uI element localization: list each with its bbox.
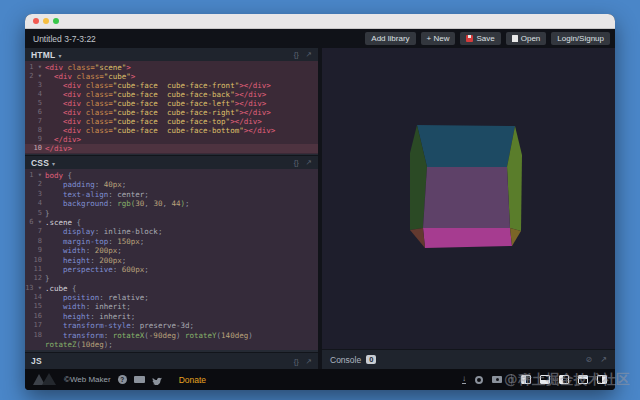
chevron-down-icon: ▾: [52, 160, 55, 167]
preview-pane: [322, 48, 615, 349]
code-line: 1 ▾body {: [25, 171, 318, 180]
close-window-button[interactable]: [33, 18, 39, 24]
format-code-icon[interactable]: {}: [294, 158, 299, 167]
editor-column: HTML ▾ {} ↗ 1 ▾<div class="scene">2 ▾ <d…: [25, 48, 318, 369]
css-panel-label: CSS: [31, 158, 49, 168]
screenshot-camera-icon[interactable]: [492, 376, 502, 383]
keyboard-shortcuts-icon[interactable]: [134, 376, 145, 383]
help-icon[interactable]: ?: [118, 375, 127, 384]
code-line: 4 <div class="cube-face cube-face-back">…: [25, 90, 318, 99]
twitter-icon[interactable]: [152, 371, 162, 389]
app-window: Untitled 3-7-3:22 Add library + New Save…: [25, 14, 615, 390]
code-line: 10</div>: [25, 144, 318, 153]
add-library-button[interactable]: Add library: [365, 32, 415, 45]
code-line: 3 <div class="cube-face cube-face-front"…: [25, 81, 318, 90]
code-line: 10 height: 200px;: [25, 256, 318, 265]
cube-front-face: [423, 167, 510, 228]
css-panel-header[interactable]: CSS ▾ {} ↗: [25, 155, 318, 169]
save-button[interactable]: Save: [460, 32, 500, 45]
desktop: Untitled 3-7-3:22 Add library + New Save…: [0, 0, 640, 400]
juejin-watermark: @稀土掘金技术社区: [504, 371, 630, 389]
codepen-circle-icon[interactable]: [475, 376, 483, 384]
cube-bottom-face: [423, 228, 512, 248]
brand-text: ©Web Maker: [64, 375, 111, 384]
donate-link[interactable]: Donate: [179, 375, 206, 385]
expand-panel-icon[interactable]: ↗: [306, 357, 312, 366]
code-line: 8 <div class="cube-face cube-face-bottom…: [25, 126, 318, 135]
js-panel-label: JS: [31, 356, 42, 366]
code-line: 13 ▾.cube {: [25, 284, 318, 293]
format-code-icon[interactable]: {}: [294, 357, 299, 366]
toolbar-buttons: Add library + New Save Open Login/Signup: [365, 32, 610, 45]
code-line: 3 text-align: center;: [25, 190, 318, 199]
chevron-down-icon: ▾: [58, 52, 61, 59]
main-area: HTML ▾ {} ↗ 1 ▾<div class="scene">2 ▾ <d…: [25, 48, 615, 369]
download-icon[interactable]: ↓: [462, 375, 466, 385]
html-code-editor[interactable]: 1 ▾<div class="scene">2 ▾ <div class="cu…: [25, 61, 318, 155]
save-icon: [466, 35, 473, 42]
html-panel-header[interactable]: HTML ▾ {} ↗: [25, 48, 318, 61]
code-line: 17 transform-style: preserve-3d;: [25, 321, 318, 330]
web-maker-logo: [33, 373, 57, 386]
cube-corner-left: [410, 228, 425, 248]
code-line: 1 ▾<div class="scene">: [25, 63, 318, 72]
expand-panel-icon[interactable]: ↗: [306, 158, 312, 167]
expand-panel-icon[interactable]: ↗: [306, 50, 312, 59]
minimize-window-button[interactable]: [43, 18, 49, 24]
code-line: 9 width: 200px;: [25, 246, 318, 255]
code-line: 18 transform: rotateX(-90deg) rotateY(14…: [25, 331, 318, 340]
code-line: 7 display: inline-block;: [25, 227, 318, 236]
cube-top-face: [417, 125, 515, 167]
code-line: 2 ▾ <div class="cube">: [25, 72, 318, 81]
code-line: rotateZ(10deg);: [25, 340, 318, 349]
code-line: 12}: [25, 274, 318, 283]
titlebar: [25, 14, 615, 29]
js-panel-header[interactable]: JS {} ↗: [25, 352, 318, 369]
css-code-editor[interactable]: 1 ▾body {2 padding: 40px;3 text-align: c…: [25, 169, 318, 352]
code-line: 7 <div class="cube-face cube-face-top"><…: [25, 117, 318, 126]
code-line: 11 perspective: 600px;: [25, 265, 318, 274]
new-button[interactable]: + New: [421, 32, 456, 45]
app-toolbar: Untitled 3-7-3:22 Add library + New Save…: [25, 29, 615, 48]
code-line: 5}: [25, 209, 318, 218]
login-signup-button[interactable]: Login/Signup: [551, 32, 610, 45]
console-label: Console: [330, 355, 361, 365]
preview-column: Console 0 ⊘ ↗: [322, 48, 615, 369]
open-button[interactable]: Open: [506, 32, 547, 45]
code-line: 2 padding: 40px;: [25, 180, 318, 189]
code-line: 9 </div>: [25, 135, 318, 144]
console-count-badge: 0: [366, 355, 376, 364]
code-line: 8 margin-top: 150px;: [25, 237, 318, 246]
css-3d-cube: [404, 120, 534, 252]
html-panel-label: HTML: [31, 50, 55, 60]
file-icon: [512, 35, 518, 43]
document-title: Untitled 3-7-3:22: [33, 34, 96, 44]
console-bar[interactable]: Console 0 ⊘ ↗: [322, 349, 615, 369]
code-line: 4 background: rgb(30, 30, 44);: [25, 199, 318, 208]
zoom-window-button[interactable]: [53, 18, 59, 24]
code-line: 16 height: inherit;: [25, 312, 318, 321]
code-line: 14 position: relative;: [25, 293, 318, 302]
code-line: 6 <div class="cube-face cube-face-right"…: [25, 108, 318, 117]
clear-console-icon[interactable]: ⊘: [586, 355, 593, 364]
code-line: 5 <div class="cube-face cube-face-left">…: [25, 99, 318, 108]
code-line: 6 ▾.scene {: [25, 218, 318, 227]
format-code-icon[interactable]: {}: [294, 50, 299, 59]
code-line: 15 width: inherit;: [25, 302, 318, 311]
expand-console-icon[interactable]: ↗: [600, 355, 607, 364]
